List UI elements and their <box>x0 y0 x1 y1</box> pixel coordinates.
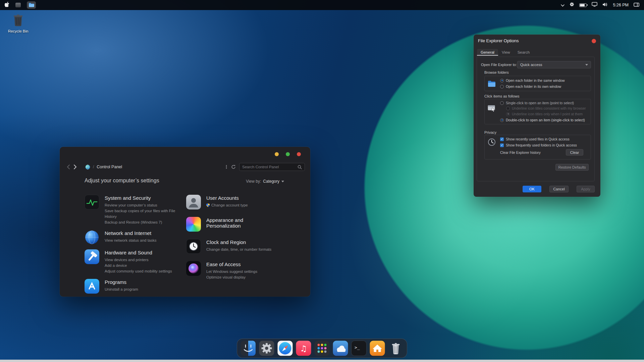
forward-button[interactable] <box>72 163 78 171</box>
cancel-button[interactable]: Cancel <box>549 186 569 192</box>
radio-double-click[interactable]: Double-click to open an item (single-cli… <box>500 118 585 122</box>
category-title[interactable]: Hardware and Sound <box>105 250 180 255</box>
tab-view[interactable]: View <box>498 49 514 56</box>
ok-button[interactable]: OK <box>523 186 541 192</box>
dock-item-home[interactable] <box>370 341 385 356</box>
category-link[interactable]: Add a device <box>105 263 180 268</box>
radio-icon <box>506 112 510 116</box>
battery-icon[interactable] <box>579 3 587 7</box>
category-programs: Programs Uninstall a program <box>85 279 185 294</box>
settings-gear-icon <box>259 341 274 356</box>
svg-text:>_: >_ <box>355 345 360 350</box>
category-column-left: System and Security Review your computer… <box>85 195 185 298</box>
category-link[interactable]: Review your computer’s status <box>105 202 180 208</box>
safari-compass-icon <box>277 341 293 356</box>
chevron-down-icon[interactable] <box>561 2 565 8</box>
search-input[interactable] <box>242 165 298 169</box>
system-and-security-icon[interactable] <box>85 195 99 209</box>
active-app-folder-tile[interactable] <box>27 1 36 9</box>
recycle-bin-icon <box>12 13 24 27</box>
tab-search[interactable]: Search <box>514 49 533 56</box>
dock-item-safari[interactable] <box>277 341 293 356</box>
radio-icon <box>506 107 510 110</box>
checkbox-recent-files[interactable]: Show recently used files in Quick access <box>500 137 570 141</box>
apple-menu-icon[interactable] <box>5 2 9 9</box>
app-icon[interactable] <box>15 3 21 7</box>
category-link[interactable]: View network status and tasks <box>105 238 180 243</box>
radio-same-window[interactable]: Open each folder in the same window <box>500 78 565 82</box>
category-title[interactable]: Appearance and Personalization <box>206 217 273 229</box>
category-column-right: User Accounts Change account type Appear… <box>186 195 273 288</box>
category-link[interactable]: Uninstall a program <box>105 287 180 292</box>
close-button[interactable] <box>297 152 301 156</box>
breadcrumb-location[interactable]: Control Panel <box>97 165 122 169</box>
radio-underline-browser[interactable]: Underline icon titles consistent with my… <box>506 106 586 110</box>
category-ease-of-access: Ease of Access Let Windows suggest setti… <box>186 261 273 280</box>
open-explorer-to-dropdown[interactable]: Quick access <box>517 61 591 68</box>
more-options-icon[interactable] <box>226 165 227 169</box>
category-title[interactable]: Network and Internet <box>105 230 180 236</box>
notification-center-icon[interactable] <box>634 2 639 8</box>
category-title[interactable]: User Accounts <box>206 195 273 201</box>
checkbox-label: Show recently used files in Quick access <box>506 137 570 141</box>
category-link[interactable]: Backup and Restore (Windows 7) <box>105 220 180 225</box>
category-link[interactable]: Let Windows suggest settings <box>206 269 273 275</box>
view-by-dropdown[interactable]: View by: Category <box>246 179 284 184</box>
dock-item-launchpad[interactable] <box>314 341 330 356</box>
recycle-bin-desktop-icon[interactable]: Recycle Bin <box>5 13 31 33</box>
privacy-group: Show recently used files in Quick access… <box>484 135 591 160</box>
tab-general[interactable]: General <box>477 49 498 56</box>
category-link[interactable]: Change date, time, or number formats <box>206 247 273 252</box>
privacy-heading: Privacy <box>484 130 496 134</box>
clock-and-region-icon[interactable] <box>186 239 201 254</box>
category-link[interactable]: View devices and printers <box>105 257 180 263</box>
recycle-bin-label: Recycle Bin <box>5 29 31 33</box>
menubar-clock[interactable]: 5:26 PM <box>613 3 629 7</box>
dock-item-terminal[interactable]: >_ <box>351 341 367 356</box>
zoom-button[interactable] <box>286 152 290 156</box>
dialog-close-button[interactable] <box>592 39 596 43</box>
checkbox-label: Show frequently used folders in Quick ac… <box>506 143 577 147</box>
radio-own-window[interactable]: Open each folder in its own window <box>500 84 561 88</box>
network-and-internet-icon[interactable] <box>85 230 99 245</box>
refresh-icon[interactable] <box>231 165 236 169</box>
dock-item-settings[interactable] <box>259 341 274 356</box>
category-title[interactable]: Clock and Region <box>206 239 273 245</box>
dock: ♫ >_ <box>237 339 407 358</box>
folder-icon <box>29 3 35 7</box>
volume-icon[interactable] <box>602 2 608 8</box>
category-link-label: Change account type <box>211 202 248 208</box>
click-items-group: Single-click to open an item (point to s… <box>484 99 591 124</box>
display-icon[interactable] <box>592 2 597 8</box>
taskbar-strip[interactable] <box>0 360 644 362</box>
minimize-button[interactable] <box>275 152 279 156</box>
category-link[interactable]: Save backup copies of your files with Fi… <box>105 208 180 220</box>
category-link[interactable]: Optimize visual display <box>206 275 273 280</box>
general-tab-panel: Open File Explorer to: Quick access Brow… <box>477 57 595 181</box>
radio-single-click[interactable]: Single-click to open an item (point to s… <box>500 101 574 105</box>
radio-icon <box>500 118 504 122</box>
category-link[interactable]: Adjust commonly used mobility settings <box>105 268 180 274</box>
category-link[interactable]: Change account type <box>206 202 273 208</box>
dock-item-finder[interactable] <box>240 341 256 356</box>
dock-item-music[interactable]: ♫ <box>296 341 311 356</box>
appearance-and-personalization-icon[interactable] <box>186 217 201 232</box>
category-title[interactable]: System and Security <box>105 195 180 201</box>
apply-button[interactable]: Apply <box>577 186 595 192</box>
hardware-and-sound-icon[interactable] <box>85 249 99 264</box>
radio-underline-point[interactable]: Underline icon titles only when I point … <box>506 112 583 116</box>
ease-of-access-icon[interactable] <box>186 261 201 276</box>
category-title[interactable]: Programs <box>105 279 180 285</box>
back-button[interactable] <box>65 163 72 171</box>
restore-defaults-button[interactable]: Restore Defaults <box>555 164 589 171</box>
programs-icon[interactable] <box>85 279 99 294</box>
category-title[interactable]: Ease of Access <box>206 261 273 267</box>
dock-item-weather[interactable] <box>333 341 348 356</box>
svg-text:♫: ♫ <box>300 344 307 353</box>
gear-icon[interactable] <box>570 2 574 8</box>
dock-item-trash[interactable] <box>388 341 404 356</box>
clear-button[interactable]: Clear <box>566 149 583 156</box>
user-accounts-icon[interactable] <box>186 195 201 209</box>
checkbox-frequent-folders[interactable]: Show frequently used folders in Quick ac… <box>500 143 577 147</box>
radio-label: Double-click to open an item (single-cli… <box>506 118 585 122</box>
